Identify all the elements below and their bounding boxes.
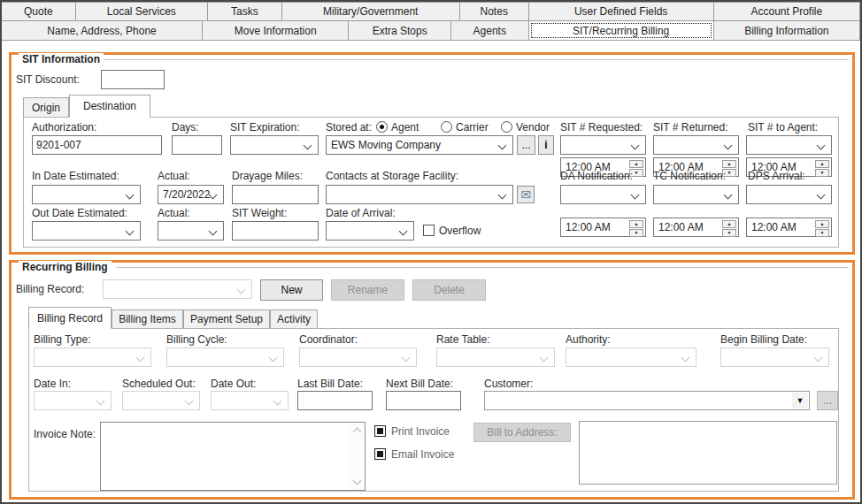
- tab-sit-recurring-billing[interactable]: SIT/Recurring Billing: [528, 20, 714, 41]
- stored-at-vendor-radio[interactable]: [501, 121, 512, 133]
- agent-company-combo[interactable]: EWS Moving Company: [326, 135, 513, 155]
- print-invoice-checkbox[interactable]: [374, 425, 386, 437]
- contacts-storage-combo[interactable]: [326, 185, 513, 204]
- tab-name-address-phone[interactable]: Name, Address, Phone: [1, 20, 203, 41]
- in-date-actual-combo[interactable]: 7/20/2022: [158, 185, 224, 204]
- drayage-miles-input[interactable]: [232, 185, 319, 204]
- scrollbar[interactable]: [350, 424, 364, 489]
- sit-expiration-combo[interactable]: [230, 135, 319, 155]
- tab-destination[interactable]: Destination: [69, 95, 150, 118]
- new-button[interactable]: New: [260, 279, 323, 301]
- delete-button[interactable]: Delete: [412, 279, 486, 301]
- tc-notification-time-spinner[interactable]: 12:00 AM▲▼: [653, 218, 739, 237]
- bill-to-address-button[interactable]: Bill to Address:: [473, 423, 571, 442]
- invoice-note-textarea[interactable]: [100, 422, 366, 491]
- dps-arrival-time-spinner[interactable]: 12:00 AM▲▼: [746, 218, 832, 237]
- spinner-arrows-icon[interactable]: ▲▼: [629, 220, 643, 234]
- date-in-combo[interactable]: [34, 391, 112, 410]
- date-out-combo[interactable]: [211, 391, 289, 410]
- billing-record-combo[interactable]: [103, 279, 252, 299]
- sit-discount-input[interactable]: [101, 70, 165, 89]
- authority-combo[interactable]: [566, 347, 697, 367]
- sit-requested-label: SIT # Requested:: [560, 121, 643, 134]
- chevron-down-icon: [126, 227, 135, 236]
- authorization-input[interactable]: 9201-007: [32, 135, 162, 155]
- dropdown-arrow-icon[interactable]: ▼: [792, 393, 808, 409]
- out-date-estimated-combo[interactable]: [32, 221, 141, 241]
- spinner-arrows-icon[interactable]: ▲▼: [815, 160, 829, 174]
- chevron-down-icon: [631, 141, 640, 150]
- sit-discount-label: SIT Discount:: [16, 73, 80, 86]
- tab-local-services[interactable]: Local Services: [75, 2, 208, 21]
- tab-billing-record[interactable]: Billing Record: [28, 307, 112, 329]
- email-contact-button[interactable]: ✉: [517, 186, 535, 203]
- tab-payment-setup[interactable]: Payment Setup: [183, 309, 270, 329]
- tab-origin[interactable]: Origin: [23, 97, 69, 118]
- tab-move-information[interactable]: Move Information: [202, 20, 349, 41]
- out-date-actual-combo[interactable]: [158, 221, 224, 241]
- agent-info-button[interactable]: i: [538, 135, 554, 155]
- da-notification-label: DA Notification:: [560, 170, 633, 182]
- customer-combo[interactable]: ▼: [484, 391, 810, 410]
- next-bill-date-label: Next Bill Date:: [386, 378, 453, 390]
- billing-record-label: Billing Record:: [16, 283, 84, 295]
- tab-user-defined-fields[interactable]: User Defined Fields: [528, 2, 714, 21]
- chevron-down-icon: [304, 141, 312, 150]
- scroll-up-icon[interactable]: [353, 428, 362, 437]
- customer-more-button[interactable]: ...: [817, 391, 838, 410]
- da-notification-time-spinner[interactable]: 12:00 AM▲▼: [560, 218, 646, 237]
- tab-billing-information[interactable]: Billing Information: [713, 20, 860, 41]
- chevron-down-icon: [498, 191, 507, 200]
- tab-strip-row2: Name, Address, Phone Move Information Ex…: [2, 20, 860, 41]
- billing-cycle-combo[interactable]: [166, 347, 284, 367]
- chevron-down-icon: [126, 191, 135, 200]
- stored-at-label: Stored at:: [326, 121, 372, 134]
- overflow-checkbox[interactable]: [423, 225, 435, 236]
- next-bill-date-input[interactable]: [386, 391, 461, 410]
- tab-notes[interactable]: Notes: [459, 2, 529, 21]
- invoice-note-label: Invoice Note:: [34, 428, 96, 440]
- envelope-icon: ✉: [520, 188, 531, 201]
- date-of-arrival-combo[interactable]: [326, 221, 414, 241]
- tab-tasks[interactable]: Tasks: [207, 2, 282, 21]
- days-input[interactable]: [172, 135, 222, 155]
- tab-extra-stops[interactable]: Extra Stops: [348, 20, 451, 41]
- scroll-down-icon[interactable]: [353, 477, 362, 485]
- date-of-arrival-label: Date of Arrival:: [326, 207, 396, 219]
- billing-cycle-label: Billing Cycle:: [166, 333, 227, 346]
- sit-to-agent-combo[interactable]: [746, 135, 832, 155]
- sit-requested-combo[interactable]: [560, 135, 646, 155]
- coordinator-combo[interactable]: [299, 347, 417, 367]
- begin-billing-date-combo[interactable]: [720, 347, 829, 367]
- da-notification-combo[interactable]: [560, 185, 646, 204]
- in-date-estimated-combo[interactable]: [32, 185, 141, 204]
- bill-to-address-textarea[interactable]: [579, 421, 837, 485]
- stored-at-carrier-radio[interactable]: [441, 121, 452, 133]
- dps-arrival-combo[interactable]: [746, 185, 832, 204]
- tab-billing-items[interactable]: Billing Items: [112, 309, 183, 329]
- chevron-down-icon: [498, 141, 507, 150]
- rate-table-combo[interactable]: [436, 347, 555, 367]
- email-invoice-checkbox[interactable]: [374, 448, 386, 460]
- tab-activity[interactable]: Activity: [270, 309, 318, 329]
- chevron-down-icon: [185, 397, 194, 406]
- chevron-down-icon: [402, 354, 411, 363]
- scheduled-out-combo[interactable]: [122, 391, 200, 410]
- tab-agents[interactable]: Agents: [450, 20, 529, 41]
- authorization-label: Authorization:: [32, 121, 96, 134]
- agent-more-button[interactable]: ...: [517, 135, 535, 155]
- spinner-arrows-icon[interactable]: ▲▼: [815, 220, 829, 234]
- stored-at-agent-radio[interactable]: [376, 121, 388, 133]
- scheduled-out-label: Scheduled Out:: [122, 378, 196, 390]
- tc-notification-combo[interactable]: [653, 185, 739, 204]
- spinner-arrows-icon[interactable]: ▲▼: [722, 220, 736, 234]
- tab-military-government[interactable]: Military/Government: [281, 2, 460, 21]
- rename-button[interactable]: Rename: [331, 279, 404, 301]
- sit-returned-combo[interactable]: [653, 135, 739, 155]
- tab-account-profile[interactable]: Account Profile: [713, 2, 860, 21]
- sit-expiration-label: SIT Expiration:: [230, 121, 299, 134]
- tab-quote[interactable]: Quote: [1, 2, 76, 21]
- sit-weight-input[interactable]: [232, 221, 319, 241]
- billing-type-combo[interactable]: [34, 347, 151, 367]
- last-bill-date-input[interactable]: [297, 391, 373, 410]
